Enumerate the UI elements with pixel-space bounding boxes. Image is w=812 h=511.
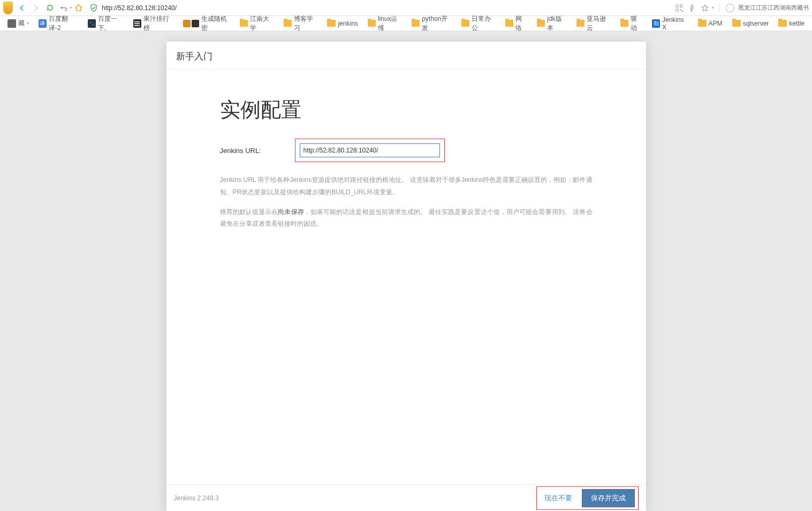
bookmark-label: 驱动 <box>631 14 642 33</box>
bookmark-item[interactable]: 知Jenkins X <box>648 15 693 32</box>
wizard-header: 新手入门 <box>166 42 646 70</box>
bookmark-item[interactable]: APM <box>694 19 727 28</box>
bookmark-label: 网络 <box>515 14 527 33</box>
help-text-1: Jenkins URL 用于给各种Jenkins资源提供绝对路径链接的根地址。 … <box>220 174 593 199</box>
bookmark-label: 果汁排行榜 <box>143 14 173 33</box>
bookmark-label: 生成随机密 <box>201 14 230 33</box>
bookmark-label: Jenkins X <box>662 16 688 31</box>
svg-rect-4 <box>682 11 683 12</box>
bookmark-item[interactable]: jdk版本 <box>533 13 571 34</box>
bookmark-item[interactable]: 译百度翻译-2 <box>34 13 82 34</box>
site-security-icon[interactable] <box>89 3 98 13</box>
bookmark-label: 江南大学 <box>250 14 274 33</box>
folder-icon <box>732 20 741 27</box>
text-badge-icon: 知 <box>652 19 660 28</box>
folder-icon <box>240 20 248 27</box>
folder-icon <box>412 20 420 27</box>
jenkins-url-highlight <box>295 139 445 162</box>
bookmark-label: 百度一下, <box>98 14 124 33</box>
bookmark-label: 百度翻译-2 <box>49 14 78 33</box>
jenkins-url-input[interactable] <box>300 143 440 157</box>
folder-icon <box>620 20 628 27</box>
text-badge-icon <box>7 19 16 28</box>
region-label: 黑龙江江苏江西湖南西藏书 <box>738 4 809 12</box>
folder-icon <box>698 20 707 27</box>
divider <box>719 4 720 12</box>
svg-rect-5 <box>134 21 140 22</box>
address-bar[interactable]: http://52.82.80.128:10240/ <box>102 2 668 14</box>
favorite-icon[interactable] <box>700 3 710 13</box>
favorite-chevron-icon: ▾ <box>712 5 714 10</box>
wizard-title: 实例配置 <box>220 96 593 124</box>
toolbar-right-group: ▾ 黑龙江江苏江西湖南西藏书 <box>674 3 809 13</box>
bookmark-label: APM <box>709 20 723 27</box>
bookmark-label: jenkins <box>338 20 358 27</box>
folder-icon <box>368 20 376 27</box>
bookmark-item[interactable]: linux运维 <box>363 13 406 34</box>
bookmark-item[interactable]: kettle <box>774 19 809 28</box>
help-text-2: 推荐的默认值显示在尚未保存，如果可能的话这是根据当前请求生成的。 最佳实践是要设… <box>220 206 593 231</box>
bookmark-item[interactable]: 博客学习 <box>279 13 322 34</box>
jenkins-url-row: Jenkins URL: <box>220 139 445 162</box>
bookmark-label: kettle <box>789 20 805 27</box>
wizard-footer: Jenkins 2.249.3 现在不要 保存并完成 <box>166 484 646 511</box>
help-text-2b: 尚未保存 <box>278 208 303 216</box>
bookmark-label: python开发 <box>422 14 452 33</box>
bookmark-item[interactable]: 果汁排行榜 <box>129 13 178 34</box>
bookmark-box-icon <box>192 20 199 27</box>
bookmark-label: jdk版本 <box>547 14 567 33</box>
svg-rect-2 <box>676 9 678 12</box>
folder-icon <box>576 20 585 27</box>
jenkins-version: Jenkins 2.249.3 <box>174 494 219 502</box>
svg-rect-3 <box>680 9 681 10</box>
bookmark-item[interactable]: jenkins <box>323 19 362 28</box>
spin-icon[interactable] <box>725 3 735 13</box>
back-button[interactable] <box>15 1 29 15</box>
bookmark-item[interactable]: 日常办公 <box>457 13 500 34</box>
bookmark-label: sqlserver <box>743 20 769 27</box>
svg-rect-1 <box>680 4 683 7</box>
bookmark-item[interactable]: 生成随机密 <box>179 13 234 34</box>
bookmark-item[interactable]: 藏▾ <box>3 18 33 29</box>
bookmark-item[interactable]: 网络 <box>501 13 532 34</box>
folder-icon <box>284 20 292 27</box>
folder-icon <box>461 20 469 27</box>
footer-buttons-highlight: 现在不要 保存并完成 <box>536 486 639 510</box>
bookmark-item[interactable]: sqlserver <box>728 19 773 28</box>
bookmark-item[interactable]: 江南大学 <box>236 13 278 34</box>
folder-icon <box>778 20 787 27</box>
bookmark-label: 日常办公 <box>472 14 496 33</box>
page-content: 新手入门 实例配置 Jenkins URL: Jenkins URL 用于给各种… <box>0 31 812 511</box>
bookmark-label: linux运维 <box>378 14 402 33</box>
address-bar-text: http://52.82.80.128:10240/ <box>102 4 177 12</box>
paw-icon: 🐾 <box>88 19 96 28</box>
bookmark-label: 藏 <box>18 19 25 28</box>
folder-icon <box>505 20 513 27</box>
help-text-2a: 推荐的默认值显示在 <box>220 208 278 216</box>
wizard-body: 实例配置 Jenkins URL: Jenkins URL 用于给各种Jenki… <box>166 70 646 484</box>
bookmarks-bar: 藏▾译百度翻译-2🐾百度一下,果汁排行榜生成随机密江南大学博客学习jenkins… <box>0 16 812 31</box>
text-badge-icon: 译 <box>39 19 47 28</box>
folder-icon <box>327 20 336 27</box>
bars-icon <box>133 19 141 28</box>
flash-icon[interactable] <box>687 3 697 13</box>
bookmark-label: 亚马逊云 <box>587 14 611 33</box>
jenkins-url-label: Jenkins URL: <box>220 147 295 155</box>
bookmark-box-icon <box>183 20 191 27</box>
save-button[interactable]: 保存并完成 <box>582 489 635 507</box>
chevron-down-icon: ▾ <box>27 21 29 26</box>
bookmark-item[interactable]: 亚马逊云 <box>572 13 615 34</box>
qr-icon[interactable] <box>674 3 684 13</box>
svg-rect-0 <box>676 4 678 7</box>
bookmark-item[interactable]: 驱动 <box>616 13 647 34</box>
bookmark-item[interactable]: 🐾百度一下, <box>84 13 128 34</box>
browser-logo-icon <box>3 2 13 14</box>
folder-icon <box>537 20 545 27</box>
setup-wizard: 新手入门 实例配置 Jenkins URL: Jenkins URL 用于给各种… <box>166 42 646 511</box>
svg-rect-6 <box>134 23 140 24</box>
bookmark-label: 博客学习 <box>294 14 318 33</box>
skip-button[interactable]: 现在不要 <box>540 490 576 506</box>
svg-rect-7 <box>134 25 140 26</box>
bookmark-item[interactable]: python开发 <box>407 13 456 34</box>
